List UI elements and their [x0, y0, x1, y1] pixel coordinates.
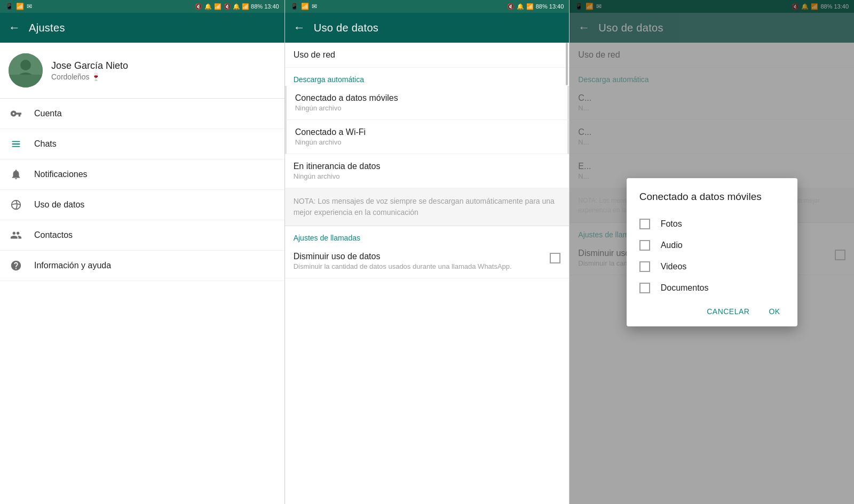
menu-label-contactos: Contactos [34, 230, 73, 240]
section-header-descarga: Descarga automática [285, 68, 570, 86]
sim-icon: 📱 [5, 3, 13, 10]
bell-icon [9, 167, 23, 182]
menu-item-informacion[interactable]: Información y ayuda [0, 251, 284, 281]
signal-icon-2: 📶 [301, 3, 309, 10]
menu-label-chats: Chats [34, 139, 57, 149]
back-button-2[interactable]: ← [294, 21, 305, 35]
scroll-indicator [566, 43, 568, 85]
section-header-llamadas: Ajustes de llamadas [285, 226, 570, 244]
section-wifi[interactable]: Conectado a Wi-Fi Ningún archivo [285, 120, 570, 154]
note-text: NOTA: Los mensajes de voz siempre se des… [294, 197, 555, 217]
uso-de-datos-list: Uso de red Descarga automática Conectado… [285, 43, 570, 504]
data-icon [9, 197, 23, 212]
svg-point-1 [20, 60, 31, 70]
profile-name: Jose García Nieto [51, 60, 128, 71]
audio-label: Audio [661, 241, 683, 250]
chat-icon [9, 137, 23, 151]
header-ajustes: ← Ajustes [0, 13, 284, 43]
status-icons-right: 🔇 🔔 📶 🔇 🔔 📶 88% 13:40 [195, 3, 279, 10]
menu-item-contactos[interactable]: Contactos [0, 220, 284, 251]
panel-uso-de-datos-dialog: 📱 📶 ✉ 🔇 🔔 📶 88% 13:40 ← Uso de datos Uso… [570, 0, 854, 504]
section-disminuir[interactable]: Disminuir uso de datos Disminuir la cant… [285, 244, 570, 278]
status-bar-2: 📱 📶 ✉ 🔇 🔔 📶 88% 13:40 [285, 0, 570, 13]
sim-icon-2: 📱 [290, 3, 298, 10]
menu-item-uso-de-datos[interactable]: Uso de datos [0, 190, 284, 220]
menu-label-notificaciones: Notificaciones [34, 170, 88, 179]
avatar [9, 53, 43, 87]
back-button-1[interactable]: ← [9, 21, 20, 35]
documentos-checkbox[interactable] [639, 283, 650, 293]
documentos-label: Documentos [661, 283, 709, 293]
signal-icon: 📶 [16, 3, 24, 10]
settings-list: Cuenta Chats Notificaciones [0, 99, 284, 504]
menu-item-chats[interactable]: Chats [0, 129, 284, 159]
help-icon [9, 258, 23, 273]
battery-text-2: 88% 13:40 [536, 3, 564, 10]
videos-checkbox[interactable] [639, 261, 650, 272]
ok-button[interactable]: OK [764, 305, 784, 318]
dialog-checkbox-videos[interactable]: Videos [639, 256, 785, 277]
status-bar-1: 📱 📶 ✉ 🔇 🔔 📶 🔇 🔔 📶 88% 13:40 [0, 0, 284, 13]
note-box: NOTA: Los mensajes de voz siempre se des… [285, 188, 570, 226]
dialog-actions: CANCELAR OK [639, 299, 785, 322]
disminuir-subtitle: Disminuir la cantidad de datos usados du… [294, 262, 512, 270]
mute-icon: 🔇 [195, 3, 202, 10]
datos-moviles-subtitle: Ningún archivo [295, 104, 559, 112]
itinerancia-title: En itinerancia de datos [294, 162, 561, 171]
datos-moviles-title: Conectado a datos móviles [295, 93, 559, 103]
menu-label-cuenta: Cuenta [34, 109, 62, 118]
header-uso-de-datos: ← Uso de datos [285, 13, 570, 43]
wifi-subtitle: Ningún archivo [295, 138, 559, 146]
status-icons-left: 📱 📶 ✉ [5, 3, 32, 10]
key-icon [9, 106, 23, 121]
menu-label-informacion: Información y ayuda [34, 261, 111, 270]
status-icons-right-2: 🔇 🔔 📶 88% 13:40 [507, 3, 564, 10]
svg-rect-3 [9, 75, 43, 87]
menu-item-notificaciones[interactable]: Notificaciones [0, 159, 284, 190]
panel-ajustes: 📱 📶 ✉ 🔇 🔔 📶 🔇 🔔 📶 88% 13:40 ← Ajustes [0, 0, 285, 504]
section-itinerancia[interactable]: En itinerancia de datos Ningún archivo [285, 154, 570, 188]
whatsapp-icon: ✉ [27, 3, 32, 10]
wifi-icon-2: 📶 [526, 3, 534, 10]
menu-item-cuenta[interactable]: Cuenta [0, 99, 284, 129]
itinerancia-subtitle: Ningún archivo [294, 172, 561, 180]
section-uso-de-red[interactable]: Uso de red [285, 43, 570, 68]
disminuir-text: Disminuir uso de datos Disminuir la cant… [294, 252, 512, 270]
profile-section[interactable]: Jose García Nieto Cordoleños 🍷 [0, 43, 284, 99]
contacts-icon [9, 228, 23, 243]
battery-text: 🔇 🔔 📶 88% 13:40 [224, 3, 279, 10]
dim-overlay: Conectado a datos móviles Fotos Audio Vi… [570, 0, 854, 504]
section-datos-moviles[interactable]: Conectado a datos móviles Ningún archivo [285, 86, 570, 120]
wifi-title: Conectado a Wi-Fi [295, 127, 559, 137]
mute-icon-2: 🔇 [507, 3, 515, 10]
header-title-1: Ajustes [29, 22, 65, 34]
whatsapp-icon-2: ✉ [312, 3, 317, 10]
panel-uso-de-datos: 📱 📶 ✉ 🔇 🔔 📶 88% 13:40 ← Uso de datos Uso… [285, 0, 570, 504]
cancel-button[interactable]: CANCELAR [702, 305, 754, 318]
audio-checkbox[interactable] [639, 240, 650, 251]
alarm-icon: 🔔 [204, 3, 212, 10]
dialog-datos-moviles: Conectado a datos móviles Fotos Audio Vi… [627, 178, 797, 326]
dialog-checkbox-documentos[interactable]: Documentos [639, 277, 785, 299]
profile-status: Cordoleños 🍷 [51, 73, 128, 81]
header-title-2: Uso de datos [314, 22, 378, 34]
fotos-label: Fotos [661, 219, 682, 229]
videos-label: Videos [661, 262, 687, 271]
dialog-title: Conectado a datos móviles [639, 191, 785, 203]
alarm-icon-2: 🔔 [517, 3, 524, 10]
fotos-checkbox[interactable] [639, 219, 650, 229]
profile-info: Jose García Nieto Cordoleños 🍷 [51, 60, 128, 81]
uso-de-red-title: Uso de red [294, 50, 561, 60]
dialog-checkbox-audio[interactable]: Audio [639, 235, 785, 256]
disminuir-checkbox[interactable] [550, 253, 560, 263]
menu-label-uso-de-datos: Uso de datos [34, 200, 84, 210]
dialog-checkbox-fotos[interactable]: Fotos [639, 213, 785, 235]
wifi-icon: 📶 [214, 3, 222, 10]
status-icons-left-2: 📱 📶 ✉ [290, 3, 317, 10]
disminuir-title: Disminuir uso de datos [294, 252, 512, 261]
